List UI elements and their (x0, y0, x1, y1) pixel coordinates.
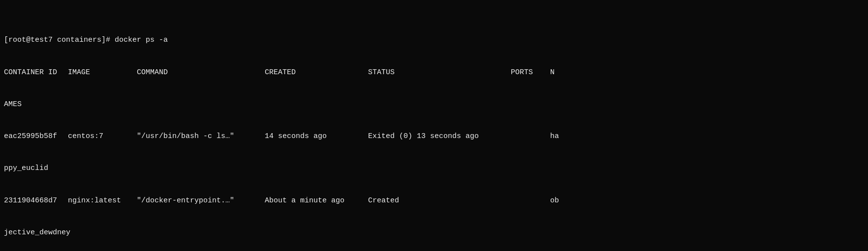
status-2: Created (368, 195, 511, 206)
image-2: nginx:latest (68, 195, 137, 206)
header-row-1: CONTAINER IDIMAGECOMMANDCREATEDSTATUSPOR… (4, 67, 864, 78)
image-1: centos:7 (68, 131, 137, 142)
names-wrap-row2: jective_dewdney (4, 227, 864, 238)
row-2: 2311904668d7nginx:latest"/docker-entrypo… (4, 195, 864, 206)
col-header-status: STATUS (368, 67, 511, 78)
created-2: About a minute ago (265, 195, 368, 206)
command-1: "/usr/bin/bash -c ls…" (137, 131, 265, 142)
status-1: Exited (0) 13 seconds ago (368, 131, 511, 142)
terminal-output: [root@test7 containers]# docker ps -a CO… (4, 3, 864, 251)
col-header-names: N (550, 68, 555, 77)
col-header-image: IMAGE (68, 67, 137, 78)
names-wrap-1: AMES (4, 99, 864, 110)
row-1: eac25995b58fcentos:7"/usr/bin/bash -c ls… (4, 131, 864, 142)
line-initial-scroll: [root@test7 containers]# docker ps -a (4, 35, 864, 46)
names-wrap-row1: ppy_euclid (4, 163, 864, 174)
names-1: ha (550, 132, 559, 140)
command-2: "/docker-entrypoint.…" (137, 195, 265, 206)
names-2: ob (550, 196, 559, 205)
col-header-id: CONTAINER ID (4, 67, 68, 78)
col-header-command: COMMAND (137, 67, 265, 78)
col-header-created: CREATED (265, 67, 368, 78)
col-header-ports: PORTS (511, 67, 550, 78)
created-1: 14 seconds ago (265, 131, 368, 142)
container-id-2: 2311904668d7 (4, 195, 68, 206)
container-id-1: eac25995b58f (4, 131, 68, 142)
